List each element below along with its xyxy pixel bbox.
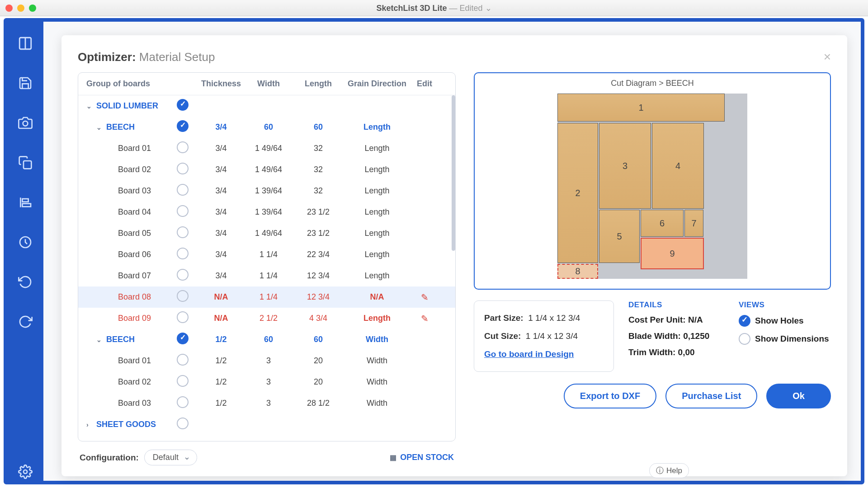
piece-1[interactable]: 1	[557, 94, 725, 122]
row-radio[interactable]	[177, 226, 189, 238]
selection-info-card: Part Size: 1 1/4 x 12 3/4 Cut Size: 1 1/…	[474, 300, 614, 372]
svg-point-2	[23, 121, 28, 126]
table-row[interactable]: Board 01 1/2 3 20 Width	[78, 350, 455, 371]
undo-icon[interactable]	[16, 273, 34, 291]
redo-icon[interactable]	[16, 313, 34, 331]
row-name: Board 05	[118, 229, 151, 238]
go-to-board-link[interactable]: Go to board in Design	[484, 349, 574, 359]
row-length: 22 3/4	[293, 250, 343, 259]
row-radio[interactable]	[177, 354, 189, 366]
table-row[interactable]: Board 08 N/A 1 1/4 12 3/4 N/A ✎	[78, 286, 455, 308]
row-radio[interactable]	[177, 333, 189, 344]
row-grain: Length	[343, 250, 411, 259]
table-row[interactable]: Board 07 3/4 1 1/4 12 3/4 Length	[78, 265, 455, 286]
gear-icon[interactable]	[16, 463, 34, 481]
show-dimensions-label: Show Dimensions	[755, 334, 829, 344]
row-name: Board 02	[118, 165, 151, 174]
close-dialog-button[interactable]: ×	[824, 50, 831, 64]
cut-diagram[interactable]: 1 2 3 4 5 6 7 8 9	[557, 94, 747, 279]
table-row[interactable]: ⌄BEECH 3/4 60 60 Length	[78, 117, 455, 138]
row-radio[interactable]	[177, 141, 189, 153]
help-icon: ⓘ	[656, 465, 664, 476]
table-row[interactable]: ›SHEET GOODS	[78, 414, 455, 435]
part-size-label: Part Size:	[484, 313, 524, 323]
row-length: 60	[293, 335, 343, 344]
ok-button[interactable]: Ok	[766, 384, 831, 408]
piece-6[interactable]: 6	[641, 210, 684, 237]
piece-4[interactable]: 4	[652, 123, 704, 209]
measure-icon[interactable]	[16, 233, 34, 251]
minimize-window-button[interactable]	[17, 5, 24, 12]
configuration-select[interactable]: Default	[144, 450, 197, 465]
purchase-list-button[interactable]: Purchase List	[665, 384, 757, 408]
row-thickness: 3/4	[198, 250, 244, 259]
align-icon[interactable]	[16, 193, 34, 211]
row-radio[interactable]	[177, 205, 189, 217]
export-dxf-button[interactable]: Export to DXF	[564, 384, 656, 408]
row-radio[interactable]	[177, 99, 189, 111]
row-grain: Width	[343, 356, 411, 366]
part-size-value: 1 1/4 x 12 3/4	[528, 313, 580, 323]
table-row[interactable]: Board 02 3/4 1 49/64 32 Length	[78, 159, 455, 180]
window-controls	[5, 5, 36, 12]
row-length: 23 1/2	[293, 207, 343, 217]
row-thickness: 3/4	[198, 144, 244, 153]
edit-icon[interactable]: ✎	[421, 314, 429, 324]
camera-icon[interactable]	[16, 114, 34, 132]
open-stock-link[interactable]: ▦OPEN STOCK	[390, 453, 454, 462]
table-body[interactable]: ⌄SOLID LUMBER ⌄BEECH 3/4 60 60 Length Bo…	[78, 95, 455, 441]
maximize-window-button[interactable]	[29, 5, 36, 12]
row-grain: Width	[343, 399, 411, 408]
row-name: Board 07	[118, 271, 151, 280]
row-name: SHEET GOODS	[96, 420, 156, 429]
details-heading: DETAILS	[628, 300, 721, 310]
row-length: 20	[293, 377, 343, 387]
table-row[interactable]: Board 03 3/4 1 39/64 32 Length	[78, 180, 455, 202]
close-window-button[interactable]	[5, 5, 13, 12]
views-block: VIEWS Show Holes Show Dimensions	[739, 300, 831, 372]
row-radio[interactable]	[177, 184, 189, 196]
row-radio[interactable]	[177, 248, 189, 259]
row-grain: Length	[343, 314, 411, 323]
row-radio[interactable]	[177, 311, 189, 323]
table-row[interactable]: Board 02 1/2 3 20 Width	[78, 371, 455, 393]
left-sidebar	[7, 22, 43, 481]
table-row[interactable]: Board 04 3/4 1 39/64 23 1/2 Length	[78, 202, 455, 223]
row-width: 1 49/64	[244, 229, 293, 238]
copy-icon[interactable]	[16, 154, 34, 172]
table-row[interactable]: ⌄BEECH 1/2 60 60 Width	[78, 329, 455, 350]
panel-icon[interactable]	[16, 34, 34, 52]
table-row[interactable]: Board 05 3/4 1 49/64 23 1/2 Length	[78, 223, 455, 244]
table-row[interactable]: Board 01 3/4 1 49/64 32 Length	[78, 138, 455, 159]
row-name: BEECH	[106, 335, 135, 344]
piece-3[interactable]: 3	[599, 123, 651, 209]
row-radio[interactable]	[177, 163, 189, 174]
row-thickness: 3/4	[198, 207, 244, 217]
row-radio[interactable]	[177, 375, 189, 387]
show-holes-checkbox[interactable]	[739, 315, 750, 327]
row-radio[interactable]	[177, 269, 189, 281]
piece-2[interactable]: 2	[557, 123, 598, 263]
piece-9-selected[interactable]: 9	[641, 238, 704, 269]
row-length: 12 3/4	[293, 292, 343, 302]
table-row[interactable]: ⌄SOLID LUMBER	[78, 95, 455, 117]
row-radio[interactable]	[177, 120, 189, 132]
row-name: Board 08	[118, 292, 151, 301]
row-radio[interactable]	[177, 290, 189, 302]
trim-width: Trim Width: 0,00	[628, 347, 721, 357]
row-radio[interactable]	[177, 396, 189, 408]
row-name: SOLID LUMBER	[96, 101, 158, 110]
table-row[interactable]: Board 03 1/2 3 28 1/2 Width	[78, 393, 455, 414]
help-button[interactable]: ⓘHelp	[649, 463, 689, 478]
save-icon[interactable]	[16, 74, 34, 92]
table-row[interactable]: Board 09 N/A 2 1/2 4 3/4 Length ✎	[78, 308, 455, 329]
row-radio[interactable]	[177, 418, 189, 429]
piece-8[interactable]: 8	[557, 264, 598, 279]
piece-5[interactable]: 5	[599, 210, 640, 263]
table-row[interactable]: Board 06 3/4 1 1/4 22 3/4 Length	[78, 244, 455, 265]
window-titlebar: SketchList 3D Lite — Edited ⌄	[0, 0, 868, 16]
piece-7[interactable]: 7	[684, 210, 703, 237]
svg-rect-5	[22, 199, 28, 202]
edit-icon[interactable]: ✎	[421, 292, 429, 302]
show-dimensions-checkbox[interactable]	[739, 333, 750, 345]
